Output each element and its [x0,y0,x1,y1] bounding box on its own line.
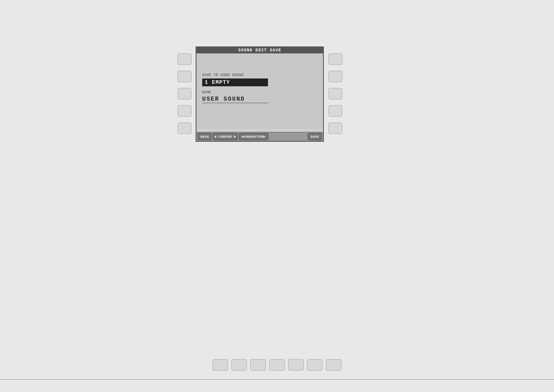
name-field[interactable]: USER SOUND [202,96,268,103]
bottom-btn-2[interactable] [231,359,247,371]
left-btn-5[interactable] [178,122,192,134]
bottom-btn-4[interactable] [269,359,285,371]
left-btn-3[interactable] [178,88,192,99]
right-btn-2[interactable] [328,71,342,82]
right-btn-5[interactable] [328,122,342,134]
char-right-arrow: ► [263,135,265,138]
top-spacer [202,57,317,73]
left-btn-2[interactable] [178,71,192,82]
save-to-label: SAVE TO USER SOUND [202,73,317,77]
cursor-button[interactable]: ◄ CURSOR ► [213,133,238,140]
cursor-left-arrow: ◄ [214,135,216,138]
left-side-buttons [178,53,192,134]
right-btn-3[interactable] [328,88,342,99]
name-label: NAME [202,90,317,95]
back-button[interactable]: BACK [198,133,212,140]
bottom-btn-6[interactable] [307,359,323,371]
save-button[interactable]: SAVE [308,133,322,140]
character-button[interactable]: ◄ CHARACTER ► [239,133,268,140]
cursor-right-arrow: ► [234,135,236,138]
bottom-btn-1[interactable] [212,359,228,371]
panel-toolbar: BACK ◄ CURSOR ► ◄ CHARACTER ► SAVE [196,132,323,141]
sound-value: 1 EMPTY [205,79,230,85]
right-btn-4[interactable] [328,105,342,117]
name-value: USER SOUND [202,96,245,102]
right-btn-1[interactable] [328,53,342,65]
sound-selector[interactable]: 1 EMPTY [202,78,268,86]
panel-title: SOUND EDIT SAVE [196,47,323,53]
cursor-label: CURSOR [219,135,232,138]
bottom-btn-5[interactable] [288,359,304,371]
bottom-btn-7[interactable] [326,359,342,371]
bottom-btn-3[interactable] [250,359,266,371]
panel-title-text: SOUND EDIT SAVE [238,48,281,53]
left-btn-1[interactable] [178,53,192,65]
main-display-panel: SOUND EDIT SAVE SAVE TO USER SOUND 1 EMP… [196,46,324,142]
bottom-buttons [212,359,342,371]
panel-content: SAVE TO USER SOUND 1 EMPTY NAME USER SOU… [196,53,323,129]
left-btn-4[interactable] [178,105,192,117]
page-container: SOUND EDIT SAVE SAVE TO USER SOUND 1 EMP… [0,0,554,392]
char-label: CHARACTER [244,135,263,138]
bottom-border-line [0,379,554,380]
right-side-buttons [328,53,342,134]
